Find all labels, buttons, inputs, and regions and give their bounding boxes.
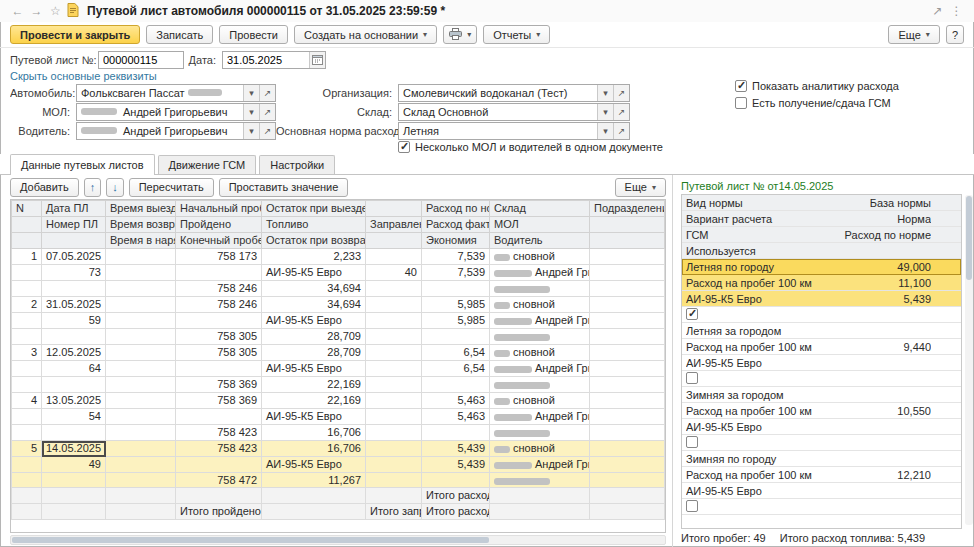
- column-header[interactable]: МОЛ: [490, 217, 590, 233]
- favorite-star-icon[interactable]: ☆: [48, 4, 63, 18]
- grid-cell[interactable]: 7,539: [422, 265, 490, 281]
- column-header[interactable]: Конечный пробег: [176, 233, 262, 249]
- grid-cell[interactable]: [42, 425, 106, 441]
- grid-cell[interactable]: [12, 265, 42, 281]
- grid-cell[interactable]: [106, 409, 176, 425]
- open-icon[interactable]: ↗: [259, 85, 275, 101]
- car-field[interactable]: Фольксваген Пассат ▾ ↗: [76, 84, 276, 102]
- column-header[interactable]: [590, 217, 665, 233]
- grid-cell[interactable]: [106, 313, 176, 329]
- grid-cell[interactable]: 758 423: [176, 441, 262, 457]
- grid-cell[interactable]: 758 305: [176, 345, 262, 361]
- warehouse-cell[interactable]: сновной: [490, 249, 590, 265]
- date-cell[interactable]: 07.05.2025: [42, 249, 106, 265]
- grid-cell[interactable]: 758 173: [176, 249, 262, 265]
- grid-cell[interactable]: [366, 361, 422, 377]
- column-header[interactable]: Расход факти...: [422, 217, 490, 233]
- norm-row[interactable]: ГСМРасход по норме: [682, 227, 961, 243]
- norm-row[interactable]: Зимняя по городу: [682, 451, 961, 467]
- help-button[interactable]: ?: [946, 25, 964, 44]
- grid-cell[interactable]: [366, 473, 422, 488]
- grid-cell[interactable]: [590, 361, 665, 377]
- date-cell[interactable]: 31.05.2025: [42, 297, 106, 313]
- fuel-transfer-checkbox[interactable]: Есть получение/сдача ГСМ: [735, 95, 899, 110]
- grid-cell[interactable]: [176, 409, 262, 425]
- grid-cell[interactable]: 28,709: [262, 345, 366, 361]
- grid-cell[interactable]: 22,169: [262, 393, 366, 409]
- show-analytics-checkbox[interactable]: Показать аналитику расхода: [735, 78, 899, 93]
- grid-cell[interactable]: [590, 425, 665, 441]
- grid-cell[interactable]: 28,709: [262, 329, 366, 345]
- grid-cell[interactable]: [12, 457, 42, 473]
- waybill-row-line[interactable]: 73АИ-95-К5 Евро407,539Андрей Григорье...: [12, 265, 665, 281]
- norm-used-checkbox[interactable]: [686, 436, 698, 448]
- grid-cell[interactable]: [176, 361, 262, 377]
- grid-cell[interactable]: [42, 281, 106, 297]
- grid-cell[interactable]: [12, 409, 42, 425]
- column-header[interactable]: Начальный пробег: [176, 201, 262, 217]
- waybill-row-line[interactable]: 514.05.2025758 42316,7065,439сновной: [12, 441, 665, 457]
- waybill-number-input[interactable]: [99, 54, 183, 66]
- grid-cell[interactable]: 34,694: [262, 281, 366, 297]
- grid-cell[interactable]: 7,539: [422, 249, 490, 265]
- mol-cell[interactable]: Андрей Григорье...: [490, 265, 590, 281]
- grid-cell[interactable]: 5,985: [422, 297, 490, 313]
- waybill-row-line[interactable]: 64АИ-95-К5 Евро6,54Андрей Григорье...: [12, 361, 665, 377]
- grid-cell[interactable]: [176, 265, 262, 281]
- waybill-number-field[interactable]: [98, 51, 184, 69]
- grid-cell[interactable]: [590, 313, 665, 329]
- waybill-row-line[interactable]: 758 30528,709: [12, 329, 665, 345]
- grid-cell[interactable]: [590, 329, 665, 345]
- grid-cell[interactable]: [106, 329, 176, 345]
- norm-row[interactable]: [682, 435, 961, 451]
- horizontal-scrollbar[interactable]: [10, 535, 666, 545]
- grid-cell[interactable]: 16,706: [262, 425, 366, 441]
- grid-cell[interactable]: [590, 457, 665, 473]
- grid-cell[interactable]: [422, 329, 490, 345]
- fuel-cell[interactable]: АИ-95-К5 Евро: [262, 313, 366, 329]
- column-header[interactable]: Время выезда: [106, 201, 176, 217]
- column-header[interactable]: [42, 233, 106, 249]
- column-header[interactable]: Расход по нор...: [422, 201, 490, 217]
- more-vertical-icon[interactable]: ⋮: [949, 4, 964, 18]
- grid-cell[interactable]: 758 305: [176, 329, 262, 345]
- column-header[interactable]: Остаток при выезде: [262, 201, 366, 217]
- grid-cell[interactable]: 6,54: [422, 361, 490, 377]
- column-header[interactable]: Дата ПЛ: [42, 201, 106, 217]
- grid-cell[interactable]: [106, 425, 176, 441]
- open-icon[interactable]: ↗: [613, 85, 629, 101]
- grid-cell[interactable]: 5,463: [422, 393, 490, 409]
- waybill-row-line[interactable]: 758 42316,706: [12, 425, 665, 441]
- save-button[interactable]: Записать: [146, 25, 213, 44]
- waybill-no-cell[interactable]: 64: [42, 361, 106, 377]
- grid-cell[interactable]: 40: [366, 265, 422, 281]
- norm-row[interactable]: [682, 307, 961, 323]
- grid-cell[interactable]: [106, 441, 176, 457]
- waybill-no-cell[interactable]: 73: [42, 265, 106, 281]
- fuel-cell[interactable]: АИ-95-К5 Евро: [262, 265, 366, 281]
- multi-mol-checkbox[interactable]: Несколько МОЛ и водителей в одном докуме…: [398, 140, 663, 155]
- grid-cell[interactable]: [590, 473, 665, 488]
- column-header[interactable]: [12, 217, 42, 233]
- grid-cell[interactable]: 16,706: [262, 441, 366, 457]
- grid-cell[interactable]: [366, 345, 422, 361]
- grid-cell[interactable]: [366, 281, 422, 297]
- column-header[interactable]: Склад: [490, 201, 590, 217]
- add-row-button[interactable]: Добавить: [10, 178, 79, 197]
- chevron-down-icon[interactable]: ▾: [597, 123, 613, 139]
- norm-used-checkbox-checked[interactable]: [686, 308, 698, 320]
- vertical-scrollbar[interactable]: [965, 195, 973, 525]
- set-value-button[interactable]: Проставить значение: [219, 178, 349, 197]
- grid-cell[interactable]: [590, 297, 665, 313]
- fuel-cell[interactable]: АИ-95-К5 Евро: [262, 361, 366, 377]
- norm-row[interactable]: Зимняя за городом: [682, 387, 961, 403]
- grid-cell[interactable]: 6,54: [422, 345, 490, 361]
- column-header[interactable]: [590, 233, 665, 249]
- column-header[interactable]: N: [12, 201, 42, 217]
- grid-cell[interactable]: [366, 393, 422, 409]
- driver-cell[interactable]: [490, 473, 590, 488]
- create-based-on-button[interactable]: Создать на основании ▾: [294, 25, 437, 44]
- norm-row[interactable]: АИ-95-К5 Евро: [682, 355, 961, 371]
- grid-cell[interactable]: [106, 249, 176, 265]
- grid-cell[interactable]: [12, 281, 42, 297]
